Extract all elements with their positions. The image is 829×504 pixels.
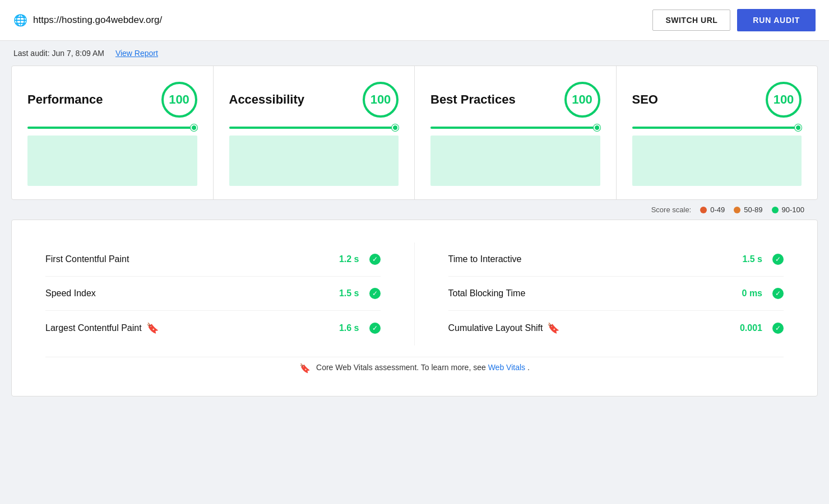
seo-progress-track xyxy=(632,127,802,129)
best-practices-label: Best Practices xyxy=(430,92,516,107)
cls-bookmark-icon: 🔖 xyxy=(547,322,559,334)
cls-check-icon: ✓ xyxy=(772,323,784,334)
performance-score-circle: 100 xyxy=(161,82,197,118)
dot-red-icon xyxy=(700,207,707,213)
cwv-web-vitals-link[interactable]: Web Vitals xyxy=(488,363,525,372)
score-scale-row: Score scale: 0-49 50-89 90-100 xyxy=(11,200,818,220)
seo-progress-fill xyxy=(632,127,802,129)
performance-progress-fill xyxy=(27,127,197,129)
accessibility-progress-dot xyxy=(392,124,399,131)
best-practices-progress-dot xyxy=(594,124,600,131)
run-audit-button[interactable]: RUN AUDIT xyxy=(737,9,816,31)
score-card-best-practices-top: Best Practices 100 xyxy=(430,82,600,118)
scale-range-red: 0-49 xyxy=(710,206,725,214)
metric-row-tti: Time to Interactive 1.5 s ✓ xyxy=(448,242,784,277)
metric-row-tbt: Total Blocking Time 0 ms ✓ xyxy=(448,277,784,311)
switch-url-button[interactable]: SWITCH URL xyxy=(652,10,730,31)
header-left: 🌐 https://hosting.go4webdev.org/ xyxy=(13,13,162,27)
tti-check-icon: ✓ xyxy=(772,254,784,265)
score-card-best-practices: Best Practices 100 xyxy=(415,66,617,199)
cwv-text-after: . xyxy=(527,363,530,372)
accessibility-chart-area xyxy=(229,136,399,186)
accessibility-chart xyxy=(229,127,399,186)
performance-label: Performance xyxy=(27,92,103,107)
score-cards-container: Performance 100 Accessibility 100 xyxy=(11,66,818,200)
score-card-performance: Performance 100 xyxy=(12,66,214,199)
tti-value: 1.5 s xyxy=(742,254,762,264)
cls-value: 0.001 xyxy=(740,323,762,333)
header: 🌐 https://hosting.go4webdev.org/ SWITCH … xyxy=(0,0,829,41)
dot-orange-icon xyxy=(734,207,740,213)
accessibility-progress-fill xyxy=(229,127,399,129)
scale-range-orange: 50-89 xyxy=(744,206,762,214)
cwv-text-before: Core Web Vitals assessment. To learn mor… xyxy=(316,363,486,372)
seo-progress-dot xyxy=(795,124,802,131)
best-practices-chart xyxy=(430,127,600,186)
lcp-name: Largest Contentful Paint 🔖 xyxy=(45,322,334,334)
accessibility-score-value: 100 xyxy=(370,92,391,107)
best-practices-progress-track xyxy=(430,127,600,129)
performance-progress-track xyxy=(27,127,197,129)
seo-score-value: 100 xyxy=(774,92,794,107)
seo-chart xyxy=(632,127,802,186)
score-card-seo: SEO 100 xyxy=(617,66,818,199)
fcp-check-icon: ✓ xyxy=(369,254,381,265)
cwv-note: 🔖 Core Web Vitals assessment. To learn m… xyxy=(45,357,784,374)
cwv-bookmark-icon: 🔖 xyxy=(299,363,311,373)
fcp-name: First Contentful Paint xyxy=(45,254,334,264)
metrics-right-column: Time to Interactive 1.5 s ✓ Total Blocki… xyxy=(415,242,784,346)
accessibility-label: Accessibility xyxy=(229,92,305,107)
globe-icon: 🌐 xyxy=(13,13,27,27)
best-practices-score-value: 100 xyxy=(572,92,592,107)
seo-chart-area xyxy=(632,136,802,186)
speed-index-value: 1.5 s xyxy=(339,288,359,298)
seo-label: SEO xyxy=(632,92,658,107)
score-card-accessibility: Accessibility 100 xyxy=(214,66,415,199)
sub-header: Last audit: Jun 7, 8:09 AM View Report xyxy=(0,41,829,66)
url-display: https://hosting.go4webdev.org/ xyxy=(33,15,162,26)
cls-name: Cumulative Layout Shift 🔖 xyxy=(448,322,734,334)
metrics-grid: First Contentful Paint 1.2 s ✓ Speed Ind… xyxy=(45,242,784,346)
best-practices-score-circle: 100 xyxy=(564,82,600,118)
best-practices-chart-area xyxy=(430,136,600,186)
scale-range-green: 90-100 xyxy=(782,206,804,214)
tbt-value: 0 ms xyxy=(742,288,762,298)
performance-chart xyxy=(27,127,197,186)
score-card-performance-top: Performance 100 xyxy=(27,82,197,118)
metric-row-cls: Cumulative Layout Shift 🔖 0.001 ✓ xyxy=(448,311,784,346)
score-scale-label: Score scale: xyxy=(651,206,692,214)
dot-green-icon xyxy=(772,207,779,213)
accessibility-progress-track xyxy=(229,127,399,129)
view-report-link[interactable]: View Report xyxy=(115,49,158,58)
score-card-accessibility-top: Accessibility 100 xyxy=(229,82,399,118)
speed-index-check-icon: ✓ xyxy=(369,288,381,299)
last-audit-text: Last audit: Jun 7, 8:09 AM xyxy=(13,49,104,58)
tbt-name: Total Blocking Time xyxy=(448,288,737,298)
fcp-value: 1.2 s xyxy=(339,254,359,264)
lcp-bookmark-icon: 🔖 xyxy=(146,322,159,334)
score-card-seo-top: SEO 100 xyxy=(632,82,802,118)
metrics-section: First Contentful Paint 1.2 s ✓ Speed Ind… xyxy=(11,220,818,396)
metric-row-lcp: Largest Contentful Paint 🔖 1.6 s ✓ xyxy=(45,311,381,346)
tbt-check-icon: ✓ xyxy=(772,288,784,299)
best-practices-progress-fill xyxy=(430,127,600,129)
metric-row-speed-index: Speed Index 1.5 s ✓ xyxy=(45,277,381,311)
metric-row-fcp: First Contentful Paint 1.2 s ✓ xyxy=(45,242,381,277)
lcp-value: 1.6 s xyxy=(339,323,359,333)
seo-score-circle: 100 xyxy=(766,82,802,118)
scale-item-red: 0-49 xyxy=(700,206,725,214)
tti-name: Time to Interactive xyxy=(448,254,737,264)
speed-index-name: Speed Index xyxy=(45,288,334,298)
scale-item-orange: 50-89 xyxy=(734,206,762,214)
header-right: SWITCH URL RUN AUDIT xyxy=(652,9,816,31)
scale-item-green: 90-100 xyxy=(772,206,804,214)
accessibility-score-circle: 100 xyxy=(363,82,399,118)
performance-progress-dot xyxy=(191,124,197,131)
performance-chart-area xyxy=(27,136,197,186)
lcp-check-icon: ✓ xyxy=(369,323,381,334)
performance-score-value: 100 xyxy=(169,92,189,107)
metrics-left-column: First Contentful Paint 1.2 s ✓ Speed Ind… xyxy=(45,242,415,346)
